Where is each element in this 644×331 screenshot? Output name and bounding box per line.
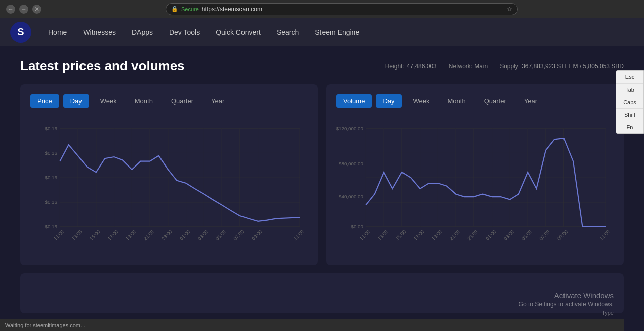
- svg-text:19:00: 19:00: [124, 229, 137, 241]
- svg-text:03:00: 03:00: [502, 229, 515, 241]
- svg-text:17:00: 17:00: [413, 229, 425, 241]
- svg-text:$0.16: $0.16: [45, 126, 57, 131]
- svg-text:19:00: 19:00: [430, 229, 443, 241]
- price-chart-area: $0.16 $0.16 $0.16 $0.16 $0.15 11:00 13:0…: [30, 118, 308, 249]
- nav-links: Home Witnesses DApps Dev Tools Quick Con…: [41, 25, 366, 39]
- status-bar: Waiting for steemitimages.com...: [0, 319, 624, 331]
- network-label: Network:: [449, 63, 472, 70]
- forward-button[interactable]: →: [19, 5, 28, 14]
- volume-chart-svg: $120,000.00 $80,000.00 $40,000.00 $0.00 …: [336, 118, 614, 249]
- svg-text:23:00: 23:00: [466, 229, 479, 241]
- nav-dev-tools[interactable]: Dev Tools: [162, 25, 207, 39]
- svg-text:07:00: 07:00: [538, 229, 551, 241]
- svg-text:11:00: 11:00: [598, 229, 611, 241]
- bookmark-icon[interactable]: ☆: [507, 6, 512, 13]
- stats-row: Height: 47,486,003 Network: Main Supply:…: [385, 63, 624, 70]
- height-value: 47,486,003: [407, 63, 437, 70]
- svg-text:15:00: 15:00: [394, 229, 407, 241]
- url-text: https://steemscan.com: [202, 6, 262, 13]
- svg-text:09:00: 09:00: [251, 229, 263, 241]
- price-month-btn[interactable]: Month: [128, 94, 160, 108]
- back-button[interactable]: ←: [6, 5, 15, 14]
- volume-quarter-btn[interactable]: Quarter: [477, 94, 513, 108]
- svg-text:05:00: 05:00: [520, 229, 533, 241]
- volume-month-btn[interactable]: Month: [441, 94, 473, 108]
- svg-text:21:00: 21:00: [142, 229, 155, 241]
- svg-text:03:00: 03:00: [196, 229, 209, 241]
- reload-button[interactable]: ✕: [32, 5, 41, 14]
- volume-year-btn[interactable]: Year: [517, 94, 544, 108]
- nav-quick-convert[interactable]: Quick Convert: [209, 25, 268, 39]
- price-chart-svg: $0.16 $0.16 $0.16 $0.16 $0.15 11:00 13:0…: [30, 118, 308, 249]
- nav-steem-engine[interactable]: Steem Engine: [308, 25, 366, 39]
- status-text: Waiting for steemitimages.com...: [5, 322, 85, 328]
- fn-key[interactable]: Fn: [616, 121, 643, 133]
- address-bar[interactable]: 🔒 Secure https://steemscan.com ☆: [166, 3, 518, 15]
- tab-key[interactable]: Tab: [616, 84, 643, 96]
- supply-label: Supply:: [500, 63, 520, 70]
- nav-witnesses[interactable]: Witnesses: [76, 25, 123, 39]
- navbar: S Home Witnesses DApps Dev Tools Quick C…: [0, 18, 644, 46]
- volume-chart-controls: Volume Day Week Month Quarter Year: [336, 94, 614, 108]
- svg-text:$40,000.00: $40,000.00: [339, 194, 363, 199]
- svg-text:$0.16: $0.16: [45, 175, 57, 180]
- caps-key[interactable]: Caps: [616, 96, 643, 109]
- browser-chrome: ← → ✕ 🔒 Secure https://steemscan.com ☆: [0, 0, 644, 18]
- svg-text:15:00: 15:00: [89, 229, 101, 241]
- bottom-section: [20, 273, 624, 313]
- nav-search[interactable]: Search: [270, 25, 306, 39]
- svg-text:$0.16: $0.16: [45, 150, 57, 156]
- network-value: Main: [474, 63, 488, 70]
- svg-text:$80,000.00: $80,000.00: [339, 161, 363, 167]
- svg-text:23:00: 23:00: [160, 229, 173, 241]
- svg-text:11:00: 11:00: [292, 229, 305, 241]
- nav-home[interactable]: Home: [41, 25, 74, 39]
- svg-text:$0.16: $0.16: [45, 199, 57, 205]
- svg-text:$0.00: $0.00: [351, 224, 364, 229]
- nav-dapps[interactable]: DApps: [125, 25, 160, 39]
- secure-icon: 🔒: [171, 6, 178, 12]
- main-content: Latest prices and volumes Height: 47,486…: [0, 46, 644, 325]
- price-chart-controls: Price Day Week Month Quarter Year: [30, 94, 308, 108]
- page-title: Latest prices and volumes: [20, 58, 185, 74]
- height-label: Height:: [385, 63, 405, 70]
- svg-text:21:00: 21:00: [448, 229, 461, 241]
- svg-text:17:00: 17:00: [107, 229, 119, 241]
- price-week-btn[interactable]: Week: [93, 94, 124, 108]
- page-header: Latest prices and volumes Height: 47,486…: [20, 58, 624, 74]
- volume-chart-area: $120,000.00 $80,000.00 $40,000.00 $0.00 …: [336, 118, 614, 249]
- svg-text:13:00: 13:00: [70, 229, 83, 241]
- price-label-btn[interactable]: Price: [30, 94, 59, 108]
- logo[interactable]: S: [10, 22, 31, 43]
- svg-text:13:00: 13:00: [376, 229, 389, 241]
- secure-label: Secure: [181, 6, 199, 12]
- svg-text:11:00: 11:00: [52, 229, 65, 241]
- svg-text:$0.15: $0.15: [45, 224, 58, 229]
- supply-value: 367,883,923 STEEM / 5,805,053 SBD: [522, 63, 624, 70]
- svg-text:01:00: 01:00: [485, 229, 497, 241]
- esc-key[interactable]: Esc: [616, 71, 643, 84]
- price-year-btn[interactable]: Year: [204, 94, 231, 108]
- price-day-btn[interactable]: Day: [63, 94, 89, 108]
- keyboard-panel: Esc Tab Caps Shift Fn: [616, 70, 644, 134]
- volume-label-btn[interactable]: Volume: [336, 94, 372, 108]
- volume-day-btn[interactable]: Day: [376, 94, 401, 108]
- volume-chart-card: Volume Day Week Month Quarter Year: [326, 84, 624, 265]
- svg-text:05:00: 05:00: [214, 229, 227, 241]
- price-chart-card: Price Day Week Month Quarter Year: [20, 84, 318, 265]
- volume-week-btn[interactable]: Week: [406, 94, 437, 108]
- svg-text:$120,000.00: $120,000.00: [336, 126, 363, 131]
- svg-text:07:00: 07:00: [232, 229, 245, 241]
- svg-text:01:00: 01:00: [179, 229, 191, 241]
- shift-key[interactable]: Shift: [616, 109, 643, 121]
- svg-text:11:00: 11:00: [358, 229, 371, 241]
- price-quarter-btn[interactable]: Quarter: [164, 94, 200, 108]
- charts-container: Price Day Week Month Quarter Year: [20, 84, 624, 265]
- svg-text:09:00: 09:00: [556, 229, 569, 241]
